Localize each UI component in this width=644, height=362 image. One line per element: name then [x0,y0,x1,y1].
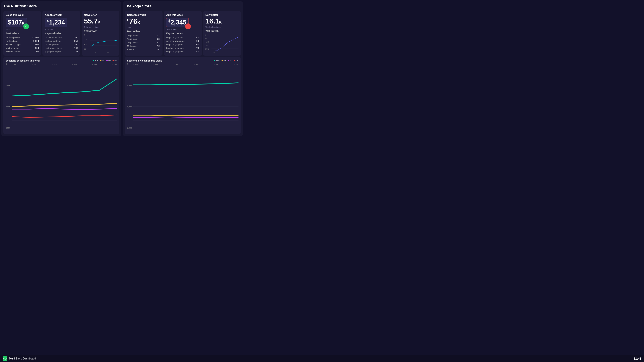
yoga-newsletter-chart: 20K 15K 10K 5K 0 [206,34,238,53]
yoga-ads-sublabel: Total spend [166,28,199,31]
yoga-legend-us: US [234,60,238,62]
yoga-newsletter-value-box: 16.1K [206,18,238,25]
yoga-sessions-card: Sessions by location this week AUS UK NZ [125,57,241,134]
nutrition-best-sellers-title: Best sellers [6,32,39,35]
yoga-seller-2: Yoga mats600 [127,37,160,41]
yoga-sales-kpi: Sales this week $76K Total Best sellers … [125,11,162,56]
nutrition-newsletter-chart: 60K 40K 20K 0 [84,34,117,53]
nutrition-legend-nz-dot [106,60,108,61]
yoga-seller-4: Mat spray250 [127,44,160,48]
yoga-legend-nz-dot [228,60,229,61]
nutrition-seller-3: Sea kelp supple...500 [6,43,39,46]
yoga-newsletter-value: 16.1K [206,18,238,25]
yoga-legend-aus-dot [214,60,215,61]
nutrition-sales-label: Sales this week [6,14,39,16]
nutrition-ads-value: $1,234 [47,19,65,26]
yoga-legend-nz: NZ [228,60,232,62]
nutrition-kw-1: protein for women300 [45,36,78,39]
nutrition-legend-us-dot [112,60,114,61]
nutrition-newsletter-svg: Feb Apr [90,34,117,53]
yoga-ads-label: Ads this week [166,14,199,16]
yoga-newsletter-kpi: Newsletter 16.1K Total subscribers YTD g… [203,11,241,56]
nutrition-kw-3: protein powder f...100 [45,43,78,46]
yoga-ads-amount: 2,345 [170,19,186,26]
yoga-newsletter-svg-area: Jan [212,34,238,53]
yoga-store-title: The Yoga Store [125,3,241,10]
yoga-seller-3: Yoga blocks400 [127,41,160,44]
yoga-store-panel: The Yoga Store Sales this week $76K Tota… [123,1,243,136]
nutrition-sessions-svg [12,63,117,129]
nutrition-newsletter-label: Newsletter [84,14,117,16]
yoga-sessions-chart-container: 6,000 4,000 2,000 0 [127,63,238,132]
yoga-seller-1: Yoga pants700 [127,34,160,37]
nutrition-sessions-y-axis: 6,000 4,000 2,000 0 [6,63,12,129]
yoga-sessions-legend: AUS UK NZ US [214,60,238,62]
svg-text:Apr: Apr [107,52,109,53]
yoga-ads-value-box: $2,345 ! [166,18,188,27]
yoga-kw-1: vegan yoga mats400 [166,36,199,39]
yoga-kpi-row: Sales this week $76K Total Best sellers … [125,11,241,56]
nutrition-legend-aus-dot [92,60,94,61]
nutrition-legend-us: US [112,60,117,62]
yoga-newsletter-sublabel: Total subscribers [206,26,238,28]
yoga-newsletter-label: Newsletter [206,14,238,16]
yoga-ytd-label: YTD growth [206,30,238,32]
yoga-kw-3: vegan yoga prod...250 [166,43,199,46]
dashboard: The Nutrition Store Sales this week $107… [0,0,244,137]
nutrition-ads-amount: 1,234 [49,19,65,26]
nutrition-sessions-title: Sessions by location this week [6,59,40,62]
nutrition-ads-kpi: Ads this week $1,234 Total spend Keyword… [42,11,80,56]
nutrition-newsletter-y-axis: 60K 40K 20K 0 [84,34,90,50]
yoga-legend-uk: UK [222,60,226,62]
nutrition-keyword-title: Keyword sales [45,32,78,35]
nutrition-kw-5: yoga protein pow...88 [45,50,78,53]
nutrition-legend-uk: UK [100,60,105,62]
nutrition-newsletter-value-box: 55.7K [84,18,117,25]
nutrition-store-title: The Nutrition Store [3,3,120,10]
yoga-ads-alert-badge: ! [185,24,191,29]
nutrition-seller-1: Protein powder11,000 [6,36,39,39]
yoga-sales-label: Sales this week [127,14,160,16]
yoga-sessions-header: Sessions by location this week AUS UK NZ [127,59,238,62]
nutrition-kpi-row: Sales this week $107K ✓ Total Best selle… [3,11,120,56]
nutrition-best-sellers: Best sellers Protein powder11,000 Protei… [6,32,39,53]
nutrition-sessions-chart-container: 6,000 4,000 2,000 0 [6,63,117,132]
nutrition-newsletter-amount: 55.7 [84,17,98,25]
nutrition-sales-value-box: $107K ✓ [6,18,27,27]
nutrition-newsletter-value: 55.7K [84,18,117,25]
svg-text:Jan: Jan [213,52,215,53]
yoga-newsletter-svg: Jan [212,34,238,53]
yoga-sessions-title: Sessions by location this week [127,59,162,62]
yoga-sessions-svg [133,63,238,129]
nutrition-newsletter-svg-area: Feb Apr [90,34,117,53]
yoga-sales-value-box: $76K [127,18,140,25]
nutrition-kw-2: workout protein ...250 [45,39,78,43]
nutrition-legend-aus: AUS [92,60,98,62]
yoga-sales-value: $76K [127,18,140,25]
nutrition-ads-value-box: $1,234 [45,18,67,27]
nutrition-sales-amount: $107 [8,19,22,26]
yoga-sessions-y-axis: 6,000 4,000 2,000 0 [127,63,133,129]
nutrition-keyword-sales: Keyword sales protein for women300 worko… [45,32,78,53]
yoga-keyword-title: Keyword sales [166,32,199,35]
yoga-sales-amount: 76 [129,17,137,25]
nutrition-sales-sublabel: Total [6,28,39,31]
yoga-legend-aus: AUS [214,60,220,62]
nutrition-legend-nz: NZ [106,60,111,62]
nutrition-ads-label: Ads this week [45,14,78,16]
yoga-legend-uk-dot [222,60,223,61]
nutrition-seller-4: Multi vitamins300 [6,46,39,50]
nutrition-sessions-card: Sessions by location this week AUS UK NZ [3,57,120,134]
yoga-ads-kpi: Ads this week $2,345 ! Total spend Keywo… [164,11,202,56]
nutrition-seller-5: Essential amino ...200 [6,50,39,53]
nutrition-sessions-legend: AUS UK NZ US [92,60,117,62]
nutrition-legend-uk-dot [100,60,102,61]
nutrition-sessions-svg-wrap [12,63,117,129]
yoga-sessions-svg-wrap [133,63,238,129]
yoga-keyword-sales: Keyword sales vegan yoga mats400 womens … [166,32,199,53]
yoga-kw-5: vegan yoga pants100 [166,50,199,53]
yoga-kw-2: womens yoga pa...300 [166,39,199,43]
yoga-ads-value: $2,345 [168,19,186,26]
nutrition-seller-2: Protein bars9,000 [6,39,39,43]
yoga-best-sellers-title: Best sellers [127,30,160,33]
